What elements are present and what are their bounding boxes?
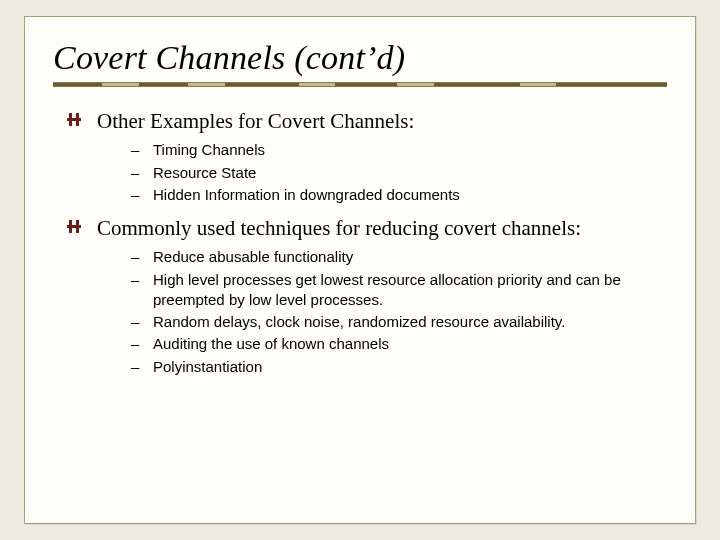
section-heading-text: Commonly used techniques for reducing co… — [97, 216, 581, 240]
list-item: Reduce abusable functionality — [131, 247, 667, 267]
section-0: Other Examples for Covert Channels: Timi… — [53, 108, 667, 205]
section-items: Timing Channels Resource State Hidden In… — [131, 140, 667, 205]
fence-bullet-icon — [67, 220, 81, 233]
list-item: Random delays, clock noise, randomized r… — [131, 312, 667, 332]
list-item: Hidden Information in downgraded documen… — [131, 185, 667, 205]
slide-card: Covert Channels (cont’d) Other Examples … — [24, 16, 696, 524]
section-heading-text: Other Examples for Covert Channels: — [97, 109, 414, 133]
list-item: Polyinstantiation — [131, 357, 667, 377]
slide-title: Covert Channels (cont’d) — [53, 39, 667, 77]
section-1: Commonly used techniques for reducing co… — [53, 215, 667, 377]
decorative-rule-icon — [53, 83, 667, 86]
title-rule — [53, 83, 667, 86]
list-item: Timing Channels — [131, 140, 667, 160]
section-items: Reduce abusable functionality High level… — [131, 247, 667, 377]
section-heading: Commonly used techniques for reducing co… — [97, 215, 667, 241]
list-item: Auditing the use of known channels — [131, 334, 667, 354]
section-heading: Other Examples for Covert Channels: — [97, 108, 667, 134]
list-item: Resource State — [131, 163, 667, 183]
fence-bullet-icon — [67, 113, 81, 126]
list-item: High level processes get lowest resource… — [131, 270, 667, 311]
